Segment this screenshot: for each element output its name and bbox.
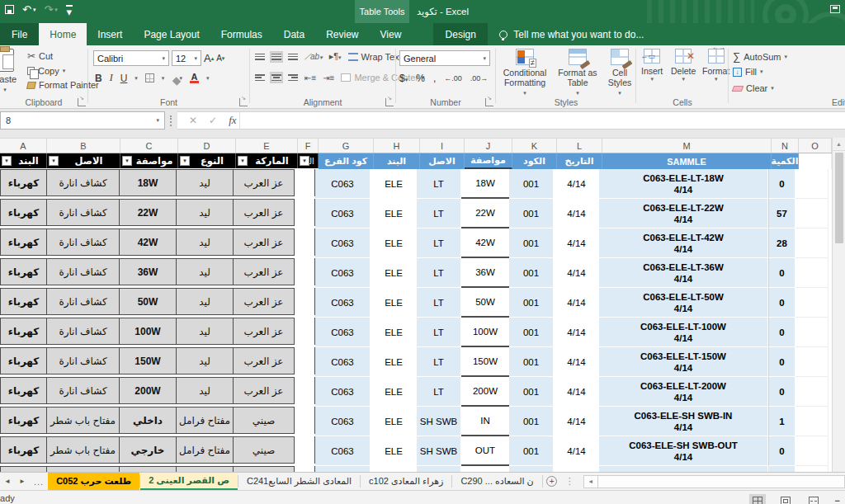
- vertical-scrollbar-thumb[interactable]: [835, 153, 843, 243]
- cell-J[interactable]: 50W: [461, 288, 509, 318]
- cell-A[interactable]: كهرباء: [0, 288, 47, 315]
- shrink-font-button[interactable]: A▾: [216, 54, 224, 63]
- cell-K[interactable]: 001: [509, 258, 554, 288]
- cell-D[interactable]: ليد: [176, 199, 234, 226]
- tab-view[interactable]: View: [370, 23, 413, 45]
- left-table-header-C[interactable]: ▼مواصفة: [120, 153, 178, 168]
- cell-N[interactable]: [768, 466, 795, 472]
- cell-M[interactable]: C063-ELE-SH SWB-OUT4/14: [599, 436, 768, 466]
- number-format-select[interactable]: General▾: [399, 50, 490, 66]
- cell-L[interactable]: 4/14: [554, 228, 599, 258]
- cell-G[interactable]: C063: [315, 169, 371, 199]
- cell-L[interactable]: 4/14: [554, 199, 599, 228]
- left-table-header-F[interactable]: ▼الب: [298, 153, 319, 168]
- cell-A[interactable]: كهرباء: [0, 258, 47, 285]
- cell-B[interactable]: كشاف انارة: [46, 347, 120, 374]
- delete-cells-button[interactable]: ✕ Delete▾: [671, 49, 696, 82]
- cell-B[interactable]: كشاف انارة: [46, 318, 120, 345]
- cell-E[interactable]: عز العرب: [233, 318, 295, 345]
- column-header-A[interactable]: A: [0, 139, 47, 153]
- cell-styles-button[interactable]: Cell Styles▾: [603, 49, 636, 98]
- cell-F[interactable]: [295, 228, 315, 256]
- cell-E[interactable]: عز العرب: [233, 288, 295, 315]
- cell-F[interactable]: [295, 199, 315, 226]
- cell-O[interactable]: [795, 436, 828, 466]
- column-header-J[interactable]: J: [465, 139, 512, 153]
- zoom-out-button[interactable]: −: [835, 496, 840, 504]
- cell-G[interactable]: C063: [315, 228, 371, 258]
- cell-N[interactable]: 57: [768, 199, 795, 228]
- cell-H[interactable]: ELE: [371, 377, 417, 407]
- formula-bar[interactable]: ✕ ✓ fx: [177, 111, 845, 130]
- filter-icon[interactable]: ▼: [238, 156, 248, 166]
- increase-decimal-button[interactable]: ←.00: [444, 74, 462, 82]
- cell-N[interactable]: 0: [768, 377, 795, 407]
- cell-G[interactable]: C063: [315, 347, 371, 377]
- right-table-header-I[interactable]: الاصل: [420, 153, 465, 169]
- cell-N[interactable]: 1: [768, 407, 795, 436]
- cell-O[interactable]: [795, 377, 828, 407]
- cell-B[interactable]: كشاف انارة: [46, 199, 120, 226]
- tab-design[interactable]: Design: [433, 23, 488, 45]
- horizontal-scrollbar-track[interactable]: [598, 475, 845, 488]
- cell-D[interactable]: ليد: [176, 169, 234, 196]
- cell-A[interactable]: كهرباء: [0, 318, 47, 345]
- underline-button[interactable]: U: [120, 73, 128, 84]
- tab-file[interactable]: File: [0, 23, 39, 45]
- column-header-L[interactable]: L: [557, 139, 602, 153]
- cell-F[interactable]: [295, 318, 315, 345]
- cell-M[interactable]: C063-ELE-SWB-100A: [599, 466, 768, 472]
- cell-K[interactable]: 001: [509, 318, 554, 347]
- cell-M[interactable]: C063-ELE-LT-100W4/14: [599, 318, 768, 347]
- cell-H[interactable]: ELE: [371, 318, 417, 347]
- cell-G[interactable]: [315, 466, 371, 472]
- cell-I[interactable]: SH SWB: [417, 407, 461, 436]
- column-header-I[interactable]: I: [420, 139, 465, 153]
- cell-M[interactable]: C063-ELE-SH SWB-IN4/14: [599, 407, 768, 436]
- cell-C[interactable]: 200W: [119, 377, 177, 404]
- page-layout-view-button[interactable]: [777, 494, 794, 504]
- cell-C[interactable]: [119, 466, 177, 472]
- cell-G[interactable]: C063: [315, 377, 371, 407]
- cell-A[interactable]: كهرباء: [0, 377, 47, 404]
- paste-button[interactable]: Paste ▾: [0, 49, 23, 100]
- cell-E[interactable]: صيني: [233, 436, 295, 464]
- cell-I[interactable]: LT: [417, 377, 461, 407]
- cell-F[interactable]: [295, 377, 315, 404]
- cell-F[interactable]: [295, 436, 315, 464]
- cell-M[interactable]: C063-ELE-LT-22W4/14: [599, 199, 768, 228]
- cell-E[interactable]: صيني: [233, 407, 295, 434]
- undo-button[interactable]: ↶▾: [22, 3, 35, 16]
- scroll-up-icon[interactable]: ▲: [833, 138, 845, 151]
- cell-H[interactable]: ELE: [371, 436, 417, 466]
- cell-O[interactable]: [795, 258, 828, 288]
- cell-E[interactable]: [233, 466, 295, 472]
- cell-M[interactable]: C063-ELE-LT-36W4/14: [599, 258, 768, 288]
- dialog-launcher-icon[interactable]: [239, 98, 248, 106]
- accounting-format-button[interactable]: $▾: [399, 73, 408, 84]
- italic-button[interactable]: I: [110, 72, 113, 84]
- cell-O[interactable]: [795, 228, 828, 258]
- cell-J[interactable]: IN: [461, 407, 509, 436]
- cell-K[interactable]: 001: [509, 436, 554, 466]
- wrap-text-button[interactable]: Wrap Text: [348, 52, 402, 62]
- column-header-F[interactable]: F: [298, 139, 319, 153]
- bold-button[interactable]: B: [95, 73, 102, 84]
- orientation-button[interactable]: ⟋ab▾: [304, 52, 323, 62]
- percent-style-button[interactable]: %: [416, 73, 425, 84]
- column-header-B[interactable]: B: [47, 139, 120, 153]
- sheet-tab-1[interactable]: طلعت حرب C052: [48, 473, 139, 490]
- cell-O[interactable]: [795, 347, 828, 377]
- cell-H[interactable]: ELE: [371, 228, 417, 258]
- cell-L[interactable]: 4/14: [554, 169, 599, 199]
- cell-I[interactable]: LT: [417, 169, 461, 199]
- font-family-select[interactable]: Calibri▾: [93, 50, 169, 66]
- insert-function-icon[interactable]: fx: [229, 114, 236, 127]
- cell-K[interactable]: 001: [509, 407, 554, 436]
- decrease-decimal-button[interactable]: .00→: [470, 74, 489, 82]
- cell-D[interactable]: ليد: [176, 377, 234, 404]
- new-sheet-button[interactable]: +: [543, 473, 561, 490]
- cell-N[interactable]: 0: [768, 318, 795, 347]
- cell-F[interactable]: [295, 466, 315, 472]
- cell-I[interactable]: LT: [417, 318, 461, 347]
